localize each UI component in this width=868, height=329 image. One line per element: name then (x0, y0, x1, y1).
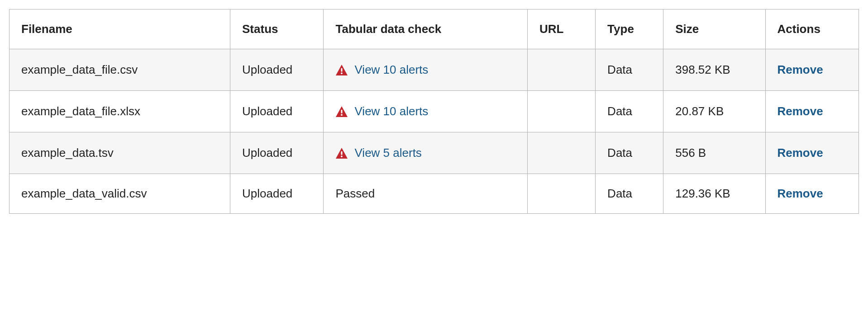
header-type: Type (596, 9, 663, 49)
cell-type: Data (596, 91, 663, 132)
view-alerts-link[interactable]: View 5 alerts (354, 146, 421, 160)
remove-button[interactable]: Remove (777, 146, 823, 160)
cell-tabular-check: View 10 alerts (324, 91, 527, 132)
header-check: Tabular data check (324, 9, 527, 49)
cell-actions: Remove (765, 91, 859, 132)
check-passed-label: Passed (335, 187, 375, 200)
cell-size: 129.36 KB (663, 174, 765, 214)
cell-type: Data (596, 49, 663, 91)
svg-rect-4 (341, 151, 343, 155)
uploaded-files-table: Filename Status Tabular data check URL T… (9, 9, 859, 214)
alert-triangle-icon (335, 106, 348, 117)
cell-type: Data (596, 132, 663, 174)
cell-size: 556 B (663, 132, 765, 174)
cell-size: 398.52 KB (663, 49, 765, 91)
cell-url (527, 49, 595, 91)
cell-url (527, 91, 595, 132)
table-row: example_data.tsvUploadedView 5 alertsDat… (10, 132, 859, 174)
cell-tabular-check: View 5 alerts (324, 132, 527, 174)
view-alerts-link[interactable]: View 10 alerts (354, 104, 428, 118)
header-status: Status (230, 9, 324, 49)
table-row: example_data_valid.csvUploadedPassedData… (10, 174, 859, 214)
svg-point-3 (341, 114, 343, 116)
svg-rect-2 (341, 109, 343, 113)
alert-cell-wrapper: View 10 alerts (335, 104, 515, 118)
view-alerts-link[interactable]: View 10 alerts (354, 63, 428, 77)
cell-status: Uploaded (230, 174, 324, 214)
remove-button[interactable]: Remove (777, 63, 823, 76)
cell-status: Uploaded (230, 49, 324, 91)
cell-size: 20.87 KB (663, 91, 765, 132)
header-actions: Actions (765, 9, 859, 49)
cell-status: Uploaded (230, 91, 324, 132)
cell-tabular-check: View 10 alerts (324, 49, 527, 91)
alert-triangle-icon (335, 65, 348, 75)
cell-actions: Remove (765, 49, 859, 91)
header-size: Size (663, 9, 765, 49)
svg-rect-0 (341, 68, 343, 71)
cell-filename: example_data.tsv (10, 132, 230, 174)
cell-status: Uploaded (230, 132, 324, 174)
alert-cell-wrapper: View 10 alerts (335, 63, 515, 77)
cell-filename: example_data_file.csv (10, 49, 230, 91)
svg-point-5 (341, 155, 343, 157)
cell-type: Data (596, 174, 663, 214)
header-filename: Filename (10, 9, 230, 49)
cell-tabular-check: Passed (324, 174, 527, 214)
cell-actions: Remove (765, 174, 859, 214)
cell-url (527, 174, 595, 214)
cell-filename: example_data_valid.csv (10, 174, 230, 214)
table-header-row: Filename Status Tabular data check URL T… (10, 9, 859, 49)
alert-cell-wrapper: View 5 alerts (335, 146, 515, 160)
cell-filename: example_data_file.xlsx (10, 91, 230, 132)
remove-button[interactable]: Remove (777, 104, 823, 118)
header-url: URL (527, 9, 595, 49)
table-row: example_data_file.csvUploadedView 10 ale… (10, 49, 859, 91)
alert-triangle-icon (335, 148, 348, 159)
svg-point-1 (341, 72, 343, 74)
remove-button[interactable]: Remove (777, 187, 823, 200)
cell-actions: Remove (765, 132, 859, 174)
cell-url (527, 132, 595, 174)
table-row: example_data_file.xlsxUploadedView 10 al… (10, 91, 859, 132)
